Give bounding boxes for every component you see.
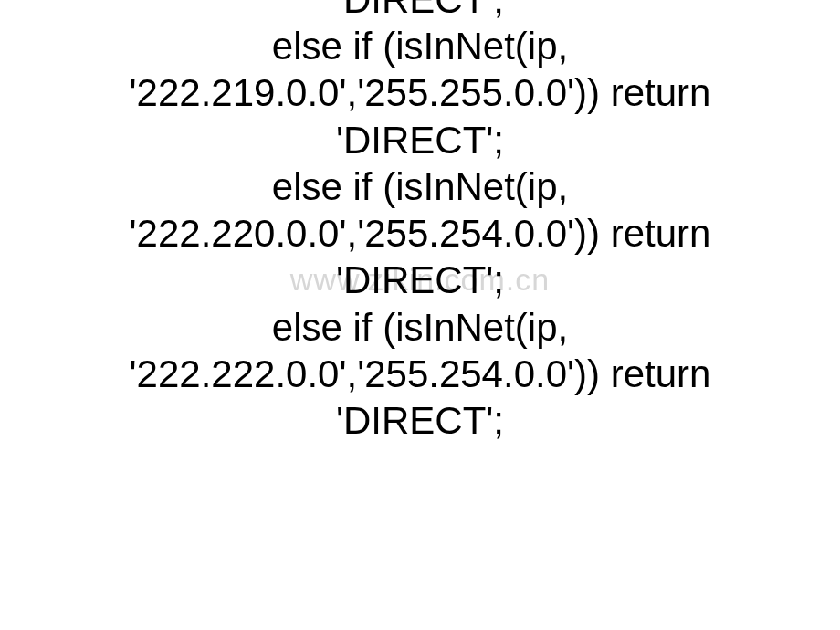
slide: www.zikin.com.cn 'DIRECT'; else if (isIn… [0, 0, 840, 630]
code-line: 'DIRECT'; [0, 257, 840, 303]
code-line: '222.219.0.0','255.255.0.0')) return [0, 69, 840, 116]
code-line: 'DIRECT'; [0, 117, 840, 163]
code-line: else if (isInNet(ip, [0, 23, 840, 69]
code-line: '222.220.0.0','255.254.0.0')) return [0, 210, 840, 257]
code-line: 'DIRECT'; [0, 397, 840, 444]
code-line: else if (isInNet(ip, [0, 163, 840, 210]
code-line: 'DIRECT'; [0, 0, 840, 23]
code-block: 'DIRECT'; else if (isInNet(ip, '222.219.… [0, 0, 840, 444]
code-line: '222.222.0.0','255.254.0.0')) return [0, 351, 840, 397]
code-line: else if (isInNet(ip, [0, 304, 840, 351]
